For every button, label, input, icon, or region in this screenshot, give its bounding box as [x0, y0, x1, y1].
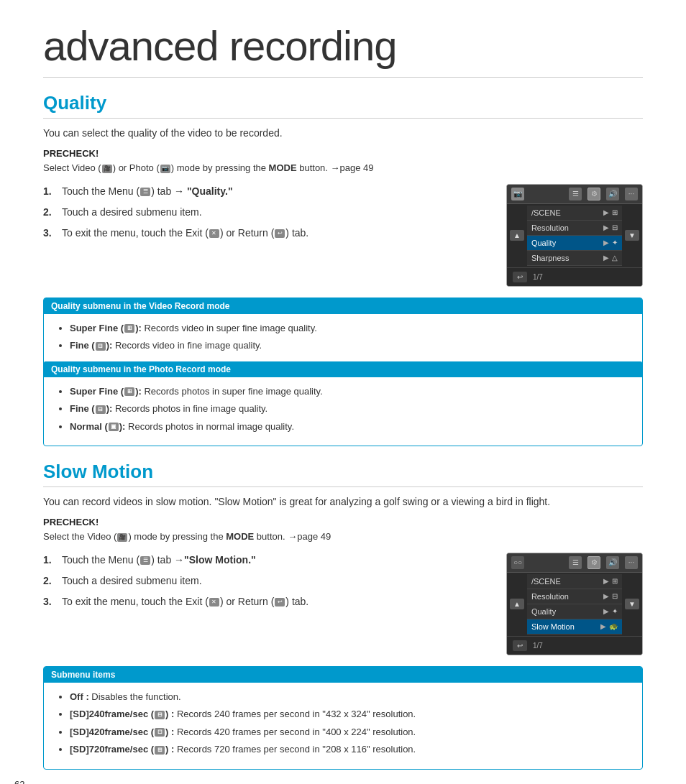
quality-precheck-label: PRECHECK!: [43, 148, 643, 159]
camera-icon: 📷: [511, 188, 524, 200]
slow-motion-item-off: Off : Disables the function.: [70, 690, 631, 704]
slow-motion-menu-mockup: ○○ ☰ ⚙ 🔊 ··· ▲ /SCENE ▶ ⊞: [506, 553, 643, 655]
quality-photo-item-2: Fine (⊟): Records photos in fine image q…: [70, 402, 631, 416]
slow-motion-item-420: [SD]420frame/sec (⊡) : Records 420 frame…: [70, 725, 631, 739]
menu-page-indicator-sm: 1/7: [530, 640, 546, 651]
menu-top-bar-quality: 📷 ☰ ⚙ 🔊 ···: [507, 185, 642, 204]
quality-photo-item-3: Normal (▣): Records photos in normal ima…: [70, 420, 631, 434]
quality-description: You can select the quality of the video …: [43, 126, 643, 141]
dots-icon: ···: [625, 188, 638, 200]
quality-submenu-box: Quality submenu in the Video Record mode…: [43, 298, 643, 447]
slow-motion-submenu-title: Submenu items: [44, 667, 642, 683]
page-title: advanced recording: [43, 22, 643, 78]
normal-icon-p: ▣: [109, 423, 119, 431]
menu-up-btn-sm[interactable]: ▲: [510, 599, 524, 609]
menu-up-btn[interactable]: ▲: [510, 230, 524, 241]
slow-motion-step-3: 3. To exit the menu, touch the Exit (✕) …: [43, 594, 492, 609]
menu-back-btn[interactable]: ↩: [513, 272, 527, 282]
volume-icon: 🔊: [606, 188, 619, 200]
video-mode-icon-sm: 🎥: [117, 533, 127, 542]
quality-heading: Quality: [43, 92, 643, 119]
quality-step-2: 2. Touch a desired submenu item.: [43, 205, 492, 220]
menu-row-resolution-sm: Resolution ▶ ⊟: [527, 589, 622, 604]
quality-precheck-text: Select Video (🎥) or Photo (📷) mode by pr…: [43, 161, 643, 175]
slow-motion-submenu-box: Submenu items Off : Disables the functio…: [43, 666, 643, 770]
menu-row-slow-motion-highlighted: Slow Motion ▶ 🐢: [527, 619, 622, 635]
menu-row-quality-highlighted: Quality ▶ ✦: [527, 236, 622, 251]
slow-motion-step-1: 1. Touch the Menu (☰) tab →"Slow Motion.…: [43, 553, 492, 568]
menu-icon-row-sm: ☰ ⚙ 🔊 ···: [569, 556, 638, 569]
quality-steps-and-image: 1. Touch the Menu (☰) tab → "Quality." 2…: [43, 184, 643, 287]
return-icon-sm: ↩: [275, 598, 285, 607]
slow-motion-precheck-label: PRECHECK!: [43, 517, 643, 527]
volume-icon-sm: 🔊: [606, 556, 619, 569]
quality-photo-item-1: Super Fine (⊞): Records photos in super …: [70, 384, 631, 399]
quality-step-1: 1. Touch the Menu (☰) tab → "Quality.": [43, 184, 492, 199]
menu-tab-icon-sm: ☰: [569, 556, 582, 569]
menu-row-sharpness: Sharpness ▶ △: [527, 251, 622, 266]
menu-back-btn-sm[interactable]: ↩: [513, 640, 527, 651]
slow-motion-precheck-text: Select the Video (🎥) mode by pressing th…: [43, 530, 643, 544]
quality-steps-list: 1. Touch the Menu (☰) tab → "Quality." 2…: [43, 184, 492, 246]
slow-motion-submenu-list: Off : Disables the function. [SD]240fram…: [55, 690, 631, 757]
menu-down-btn[interactable]: ▼: [625, 230, 639, 241]
menu-row-scene-sm: /SCENE ▶ ⊞: [527, 574, 622, 589]
super-fine-icon-v: ⊞: [124, 324, 134, 333]
quality-video-list: Super Fine (⊞): Records video in super f…: [55, 321, 631, 353]
quality-section: Quality You can select the quality of th…: [43, 92, 643, 446]
menu-tab-icon: ☰: [569, 188, 582, 200]
menu-down-btn-sm[interactable]: ▼: [625, 599, 639, 609]
fps420-icon: ⊡: [155, 728, 165, 737]
menu-icon-quality-1: ☰: [140, 188, 150, 196]
quality-video-item-2: Fine (⊟): Records video in fine image qu…: [70, 338, 631, 353]
slow-motion-item-720: [SD]720frame/sec (⊞) : Records 720 frame…: [70, 742, 631, 757]
quality-step-3: 3. To exit the menu, touch the Exit (✕) …: [43, 226, 492, 241]
quality-menu-mockup: 📷 ☰ ⚙ 🔊 ··· ▲ /SCENE ▶ ⊞: [506, 184, 643, 287]
menu-row-resolution: Resolution ▶ ⊟: [527, 221, 622, 236]
page-container: advanced recording Quality You can selec…: [0, 0, 686, 784]
video-mode-icon: 🎥: [102, 165, 112, 173]
photo-mode-icon: 📷: [160, 165, 170, 173]
exit-icon-sm: ✕: [209, 598, 219, 607]
dots-icon-sm: ···: [625, 556, 638, 569]
settings-icon-active: ⚙: [587, 188, 600, 200]
return-icon-q: ↩: [275, 229, 285, 238]
menu-icon-sm-1: ☰: [140, 556, 150, 565]
quality-video-item-1: Super Fine (⊞): Records video in super f…: [70, 321, 631, 336]
page-number-text: 62: [14, 779, 24, 785]
super-fine-icon-p: ⊞: [124, 387, 134, 396]
menu-row-quality-sm: Quality ▶ ✦: [527, 604, 622, 619]
fps720-icon: ⊞: [155, 746, 165, 755]
settings-icon-active-sm: ⚙: [587, 556, 600, 569]
quality-photo-submenu-title: Quality submenu in the Photo Record mode: [44, 361, 642, 377]
slow-motion-steps-list: 1. Touch the Menu (☰) tab →"Slow Motion.…: [43, 553, 492, 615]
slow-motion-step-2: 2. Touch a desired submenu item.: [43, 573, 492, 589]
fine-icon-p: ⊟: [96, 405, 106, 414]
slow-motion-item-240: [SD]240frame/sec (⊟) : Records 240 frame…: [70, 707, 631, 721]
slow-motion-description: You can record videos in slow motion. "S…: [43, 494, 643, 509]
exit-icon-q: ✕: [209, 229, 219, 238]
page-number-container: 62: [14, 780, 24, 785]
slow-motion-heading: Slow Motion: [43, 461, 643, 487]
slow-motion-steps-and-image: 1. Touch the Menu (☰) tab →"Slow Motion.…: [43, 553, 643, 655]
camera-icon-sm: ○○: [511, 556, 524, 569]
fine-icon-v: ⊟: [96, 342, 106, 351]
fps240-icon: ⊟: [155, 711, 165, 719]
menu-icon-row: ☰ ⚙ 🔊 ···: [569, 188, 638, 200]
menu-row-scene: /SCENE ▶ ⊞: [527, 206, 622, 221]
menu-page-indicator: 1/7: [530, 272, 546, 282]
slow-motion-section: Slow Motion You can record videos in slo…: [43, 461, 643, 770]
quality-video-submenu-title: Quality submenu in the Video Record mode: [44, 298, 642, 314]
menu-top-bar-sm: ○○ ☰ ⚙ 🔊 ···: [507, 553, 642, 573]
quality-photo-list: Super Fine (⊞): Records photos in super …: [55, 384, 631, 434]
